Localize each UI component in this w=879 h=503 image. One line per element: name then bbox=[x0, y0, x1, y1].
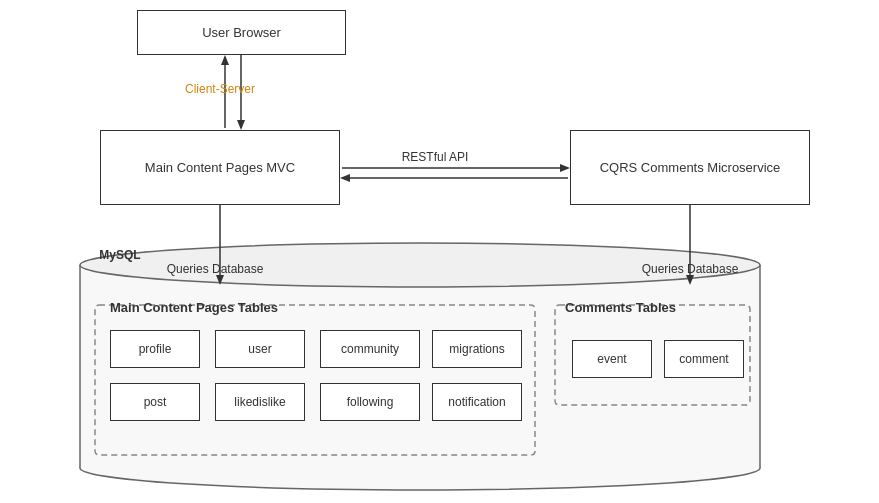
table-post: post bbox=[110, 383, 200, 421]
table-migrations: migrations bbox=[432, 330, 522, 368]
main-tables-section-label: Main Content Pages Tables bbox=[110, 300, 278, 315]
comments-tables-section-label: Comments Tables bbox=[565, 300, 676, 315]
queries-db-right-label: Queries Database bbox=[610, 262, 770, 276]
svg-marker-14 bbox=[340, 174, 350, 182]
table-community: community bbox=[320, 330, 420, 368]
restful-api-label: RESTful API bbox=[370, 150, 500, 164]
client-server-label: Client-Server bbox=[170, 82, 270, 96]
mvc-label: Main Content Pages MVC bbox=[145, 160, 295, 175]
mvc-node: Main Content Pages MVC bbox=[100, 130, 340, 205]
svg-point-0 bbox=[80, 446, 760, 490]
svg-marker-12 bbox=[560, 164, 570, 172]
table-likedislike: likedislike bbox=[215, 383, 305, 421]
user-browser-node: User Browser bbox=[137, 10, 346, 55]
mysql-label: MySQL bbox=[80, 248, 160, 262]
svg-marker-16 bbox=[216, 275, 224, 285]
cqrs-label: CQRS Comments Microservice bbox=[600, 160, 781, 175]
queries-db-left-label: Queries Database bbox=[135, 262, 295, 276]
svg-marker-8 bbox=[237, 120, 245, 130]
table-event: event bbox=[572, 340, 652, 378]
cqrs-node: CQRS Comments Microservice bbox=[570, 130, 810, 205]
architecture-diagram: User Browser Client-Server Main Content … bbox=[0, 0, 879, 503]
svg-rect-5 bbox=[95, 305, 535, 455]
svg-marker-10 bbox=[221, 55, 229, 65]
table-following: following bbox=[320, 383, 420, 421]
table-comment: comment bbox=[664, 340, 744, 378]
user-browser-label: User Browser bbox=[202, 25, 281, 40]
table-user: user bbox=[215, 330, 305, 368]
table-notification: notification bbox=[432, 383, 522, 421]
table-profile: profile bbox=[110, 330, 200, 368]
svg-marker-18 bbox=[686, 275, 694, 285]
